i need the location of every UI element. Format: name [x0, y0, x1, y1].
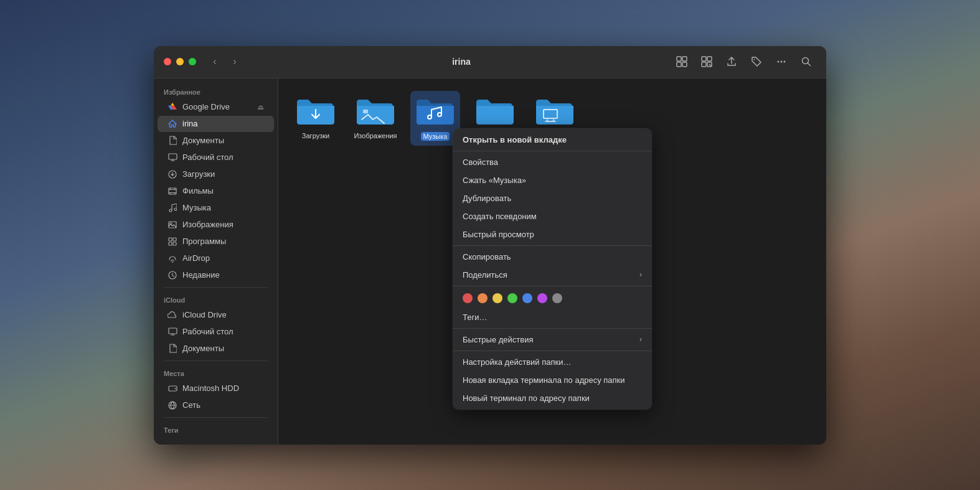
- view-options-button[interactable]: [697, 52, 717, 72]
- svg-rect-4: [702, 57, 706, 61]
- share-button[interactable]: [722, 52, 742, 72]
- back-button[interactable]: ‹: [206, 53, 224, 70]
- sidebar-item-irina[interactable]: irina: [158, 116, 274, 132]
- sidebar-item-rabochiy-stol[interactable]: Рабочий стол: [158, 149, 274, 166]
- ctx-new-terminal[interactable]: Новый терминал по адресу папки: [453, 389, 652, 407]
- svg-point-23: [169, 209, 172, 212]
- sidebar-item-dokumenty[interactable]: Документы: [158, 133, 274, 149]
- folder-muzyka-label: Музыка: [421, 132, 450, 141]
- ctx-create-alias-label: Создать псевдоним: [463, 212, 642, 221]
- content-area: Загрузки Изображения: [278, 78, 826, 445]
- sidebar-item-google-drive-label: Google Drive: [182, 102, 252, 111]
- ctx-new-terminal-tab[interactable]: Новая вкладка терминала по адресу папки: [453, 371, 652, 389]
- close-button[interactable]: [164, 58, 171, 65]
- tag-button[interactable]: [747, 52, 766, 72]
- color-red[interactable]: [463, 293, 473, 303]
- ctx-configure-actions[interactable]: Настройка действий папки…: [453, 353, 652, 371]
- sidebar-item-rabochiy-stol-icloud[interactable]: Рабочий стол: [158, 324, 274, 340]
- svg-point-10: [781, 61, 783, 63]
- sidebar-item-macintosh-hdd[interactable]: Macintosh HDD: [158, 380, 274, 397]
- sidebar-item-airdrop[interactable]: AirDrop: [158, 250, 274, 266]
- sidebar-item-dokumenty-icloud[interactable]: Документы: [158, 341, 274, 357]
- color-blue[interactable]: [522, 293, 532, 303]
- sidebar-item-filmy[interactable]: Фильмы: [158, 183, 274, 199]
- sidebar-item-airdrop-label: AirDrop: [182, 253, 264, 263]
- svg-rect-27: [169, 238, 172, 241]
- more-button[interactable]: [771, 52, 791, 72]
- sidebar-item-dokumenty-icloud-label: Документы: [182, 344, 264, 353]
- sidebar-item-izobrazheniya[interactable]: Изображения: [158, 217, 274, 233]
- svg-rect-17: [169, 189, 176, 190]
- maximize-button[interactable]: [189, 58, 196, 65]
- sidebar-item-set-label: Сеть: [182, 400, 264, 410]
- svg-point-24: [174, 208, 177, 210]
- folder-izobrazheniya-label: Изображения: [354, 132, 397, 139]
- sidebar-item-zagruzki[interactable]: Загрузки: [158, 166, 274, 182]
- svg-rect-30: [173, 242, 176, 245]
- svg-rect-22: [174, 193, 175, 194]
- ctx-duplicate-label: Дублировать: [463, 194, 642, 203]
- downloads-icon: [167, 169, 177, 179]
- ctx-share-arrow: ›: [639, 270, 642, 279]
- color-yellow[interactable]: [492, 293, 502, 303]
- document-icon: [167, 136, 177, 146]
- ctx-divider-1: [453, 151, 652, 151]
- sidebar-item-muzyka-label: Музыка: [182, 203, 264, 212]
- folder-muzyka-icon: [415, 96, 455, 128]
- icloud-section-label: iCloud: [154, 291, 278, 306]
- sidebar-item-muzyka[interactable]: Музыка: [158, 200, 274, 216]
- sidebar-item-google-drive[interactable]: Google Drive ⏏: [158, 99, 274, 115]
- sidebar-divider-2: [164, 360, 268, 361]
- forward-button[interactable]: ›: [226, 53, 243, 70]
- sidebar-item-dokumenty-label: Документы: [182, 136, 264, 145]
- svg-rect-19: [170, 188, 171, 189]
- ctx-properties[interactable]: Свойства: [453, 153, 652, 171]
- window-title: irina: [251, 57, 672, 67]
- color-gray[interactable]: [552, 293, 562, 303]
- sidebar-item-set[interactable]: Сеть: [158, 397, 274, 413]
- context-menu: Открыть в новой вкладке Свойства Сжать «…: [453, 128, 652, 410]
- sidebar-item-macintosh-hdd-label: Macintosh HDD: [182, 384, 264, 393]
- ctx-share-label: Поделиться: [463, 270, 639, 280]
- finder-window: ‹ › irina: [154, 46, 826, 445]
- svg-rect-3: [682, 62, 687, 67]
- color-purple[interactable]: [537, 293, 547, 303]
- ctx-compress-label: Сжать «Музыка»: [463, 176, 642, 185]
- ctx-quick-actions[interactable]: Быстрые действия ›: [453, 331, 652, 349]
- color-orange[interactable]: [478, 293, 488, 303]
- home-icon: [167, 119, 177, 129]
- document-icloud-icon: [167, 344, 177, 354]
- ctx-compress[interactable]: Сжать «Музыка»: [453, 171, 652, 189]
- sidebar-item-zagruzki-label: Загрузки: [182, 169, 264, 179]
- sidebar-item-irina-label: irina: [182, 119, 264, 128]
- ctx-open-in-tab[interactable]: Открыть в новой вкладке: [453, 131, 652, 149]
- ctx-tags[interactable]: Теги…: [453, 308, 652, 326]
- svg-rect-5: [707, 57, 712, 61]
- ctx-copy[interactable]: Скопировать: [453, 248, 652, 266]
- ctx-create-alias[interactable]: Создать псевдоним: [453, 207, 652, 225]
- svg-rect-1: [682, 57, 687, 61]
- hdd-icon: [167, 384, 177, 393]
- ctx-duplicate[interactable]: Дублировать: [453, 189, 652, 207]
- svg-rect-28: [173, 238, 176, 241]
- color-green[interactable]: [507, 293, 517, 303]
- sidebar-item-nedavnie[interactable]: Недавние: [158, 267, 274, 283]
- sidebar-item-programmy[interactable]: Программы: [158, 233, 274, 250]
- images-icon: [167, 220, 177, 230]
- view-grid-button[interactable]: [672, 52, 692, 72]
- traffic-lights: [164, 58, 196, 65]
- svg-rect-37: [363, 110, 368, 113]
- sidebar-item-icloud-drive[interactable]: iCloud Drive: [158, 307, 274, 323]
- folder-zagruzki[interactable]: Загрузки: [291, 91, 341, 146]
- ctx-tags-label: Теги…: [463, 313, 642, 322]
- sidebar-item-filmy-label: Фильмы: [182, 186, 264, 196]
- ctx-share[interactable]: Поделиться ›: [453, 266, 652, 284]
- ctx-quick-actions-label: Быстрые действия: [463, 335, 639, 344]
- minimize-button[interactable]: [176, 58, 184, 65]
- toolbar-right: [672, 52, 816, 72]
- folder-izobrazheniya[interactable]: Изображения: [351, 91, 400, 146]
- search-button[interactable]: [796, 52, 816, 72]
- ctx-colors: [453, 288, 652, 308]
- sidebar-item-programmy-label: Программы: [182, 237, 264, 246]
- ctx-quick-look[interactable]: Быстрый просмотр: [453, 225, 652, 243]
